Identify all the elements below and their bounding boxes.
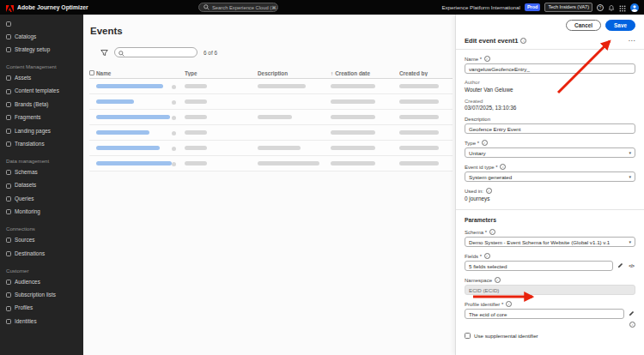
event-row-icon: [172, 162, 176, 166]
info-icon[interactable]: i: [486, 188, 492, 194]
chevron-down-icon: ▾: [629, 150, 631, 155]
sidebar-item-catalogs[interactable]: Catalogs: [0, 30, 83, 43]
supplemental-identifier-row: Use supplemental identifier: [465, 333, 635, 339]
sidebar-item-label: Strategy setup: [15, 47, 50, 52]
sidebar-item-home[interactable]: [0, 17, 83, 30]
sidebar-item-label: Translations: [15, 141, 45, 147]
sources-icon: [6, 238, 11, 243]
sidebar-item-fragments[interactable]: Fragments: [0, 111, 83, 124]
sidebar-item-assets[interactable]: Assets: [0, 71, 83, 84]
sidebar-section-content-management: Content Management: [0, 57, 83, 72]
fields-input[interactable]: 5 fields selected: [465, 261, 613, 271]
notifications-button[interactable]: [608, 0, 615, 15]
app-switcher-button[interactable]: [619, 0, 626, 15]
info-icon[interactable]: i: [506, 301, 512, 307]
schema-select[interactable]: Demo System - Event Schema for Website (…: [465, 237, 635, 247]
sidebar-item-content-templates[interactable]: Content templates: [0, 85, 83, 98]
table-row[interactable]: [89, 79, 453, 94]
type-select[interactable]: Unitary ▾: [465, 147, 635, 158]
info-icon[interactable]: i: [489, 229, 495, 235]
sidebar-item-audiences[interactable]: Audiences: [0, 275, 83, 288]
event-name-link[interactable]: [96, 146, 160, 150]
sidebar-item-schemas[interactable]: Schemas: [0, 165, 83, 178]
event-name-link[interactable]: [96, 161, 172, 165]
redacted-text: [185, 161, 207, 165]
info-icon[interactable]: i: [520, 38, 526, 44]
event-name-link[interactable]: [96, 99, 134, 104]
event-id-type-field: Event id type * i System generated ▾: [465, 164, 635, 182]
sidebar-item-queries[interactable]: Queries: [0, 192, 83, 205]
identities-icon: [6, 319, 11, 324]
supplemental-identifier-checkbox[interactable]: [465, 333, 471, 339]
redacted-text: [399, 115, 439, 119]
sidebar-item-sources[interactable]: Sources: [0, 234, 83, 247]
sidebar-item-label: Brands (Beta): [15, 102, 48, 107]
info-icon[interactable]: i: [484, 56, 490, 62]
column-header-type[interactable]: Type: [185, 70, 258, 76]
help-button[interactable]: ?: [597, 4, 604, 11]
sidebar-item-label: Audiences: [15, 280, 40, 285]
sidebar-item-label: Catalogs: [15, 34, 36, 39]
used-in-value: 0 journeys: [465, 196, 635, 202]
info-icon[interactable]: i: [629, 322, 635, 328]
sidebar-item-strategy-setup[interactable]: Strategy setup: [0, 43, 83, 56]
redacted-text: [185, 115, 207, 119]
column-header-name[interactable]: Name: [96, 70, 185, 76]
select-all-checkbox[interactable]: [89, 70, 94, 75]
event-id-type-select[interactable]: System generated ▾: [465, 171, 635, 182]
save-button[interactable]: Save: [605, 20, 635, 31]
sidebar-item-label: Datasets: [15, 183, 36, 188]
name-input[interactable]: vangeluwGeofenceEntry_: [465, 63, 635, 74]
sidebar-item-landing-pages[interactable]: Landing pages: [0, 124, 83, 137]
column-header-created-by[interactable]: Created by: [399, 70, 453, 76]
column-header-creation-date[interactable]: ↑ Creation date: [331, 70, 399, 76]
column-header-description[interactable]: Description: [258, 70, 331, 76]
info-icon[interactable]: i: [484, 253, 490, 259]
sidebar-item-destinations[interactable]: Destinations: [0, 247, 83, 260]
table-row[interactable]: [89, 94, 453, 110]
events-page: Events 6 of 6 Name Type Description ↑ Cr…: [83, 15, 455, 355]
sidebar-item-datasets[interactable]: Datasets: [0, 179, 83, 192]
type-label: Type *: [465, 141, 479, 146]
apps-grid-icon: [619, 0, 626, 15]
event-name-link[interactable]: [96, 130, 149, 135]
author-value: Wouter Van Geluwe: [465, 87, 635, 93]
sidebar-item-label: Schemas: [15, 170, 38, 175]
filter-button[interactable]: [100, 45, 108, 60]
table-row[interactable]: [89, 110, 453, 125]
column-header-label: Creation date: [335, 70, 370, 76]
more-actions-button[interactable]: ⋯: [629, 37, 636, 45]
sidebar-item-translations[interactable]: Translations: [0, 137, 83, 150]
info-icon[interactable]: i: [495, 277, 501, 283]
event-name-link[interactable]: [96, 115, 170, 119]
view-payload-button[interactable]: </>: [628, 262, 635, 270]
table-row[interactable]: [89, 125, 453, 141]
table-row[interactable]: [89, 156, 453, 171]
home-icon: [6, 21, 11, 27]
list-search-input[interactable]: [114, 47, 197, 57]
table-row[interactable]: [89, 141, 453, 156]
sidebar-item-profiles[interactable]: Profiles: [0, 302, 83, 315]
sidebar-item-label: Sources: [15, 238, 34, 243]
schemas-icon: [6, 170, 11, 175]
sidebar-item-identities[interactable]: Identities: [0, 315, 83, 328]
funnel-icon: [100, 45, 108, 60]
sidebar-item-subscription-lists[interactable]: Subscription lists: [0, 289, 83, 302]
schema-field: Schema * i Demo System - Event Schema fo…: [465, 229, 635, 247]
edit-profile-identifier-button[interactable]: [628, 310, 635, 318]
global-search-input[interactable]: Search Experience Cloud (⌘+/): [198, 3, 278, 12]
sidebar-item-monitoring[interactable]: Monitoring: [0, 206, 83, 219]
info-icon[interactable]: i: [482, 140, 488, 146]
edit-fields-button[interactable]: [617, 262, 624, 270]
info-icon[interactable]: i: [500, 164, 506, 170]
event-name-link[interactable]: [96, 84, 163, 88]
page-title: Events: [90, 26, 455, 36]
sandbox-picker[interactable]: Tech Insiders (VA7): [544, 3, 592, 12]
avatar[interactable]: [630, 0, 639, 15]
sidebar-item-brands-beta[interactable]: Brands (Beta): [0, 98, 83, 111]
description-input[interactable]: Geofence Entry Event: [465, 123, 635, 134]
redacted-text: [399, 161, 439, 165]
cancel-button[interactable]: Cancel: [566, 20, 601, 31]
profile-identifier-input[interactable]: The ecid of core: [465, 309, 624, 319]
events-table: Name Type Description ↑ Creation date Cr…: [89, 68, 453, 171]
